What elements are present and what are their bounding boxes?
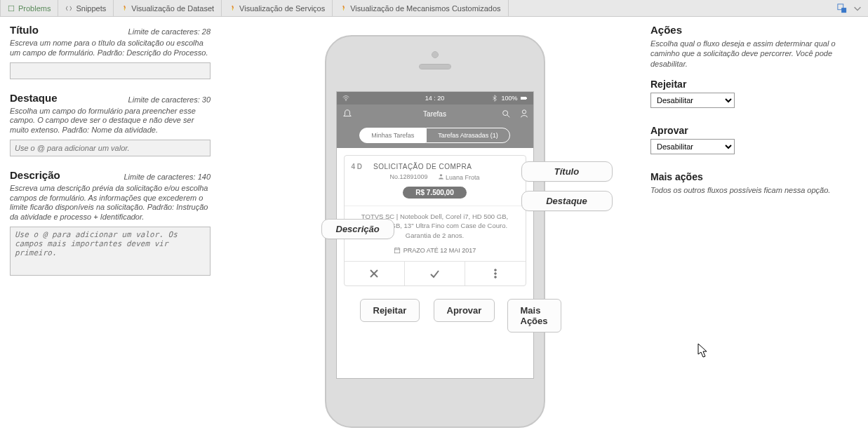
svg-rect-5: [526, 98, 527, 99]
tab-problems[interactable]: Problems: [0, 0, 58, 16]
calendar-icon: [394, 247, 401, 254]
titulo-label: Título: [10, 24, 39, 36]
card-action-more[interactable]: [465, 262, 525, 285]
card-due: PRAZO ATÉ 12 MAI 2017: [403, 247, 476, 254]
svg-rect-2: [841, 8, 846, 13]
app-bar: Tarefas: [337, 105, 533, 123]
svg-point-6: [502, 111, 507, 116]
svg-point-18: [495, 276, 497, 278]
view-menu-chevron-icon[interactable]: [853, 4, 862, 13]
field-group-descricao: Descrição Limite de caracteres: 140 Escr…: [10, 169, 211, 278]
callout-btn-mais[interactable]: Mais Ações: [507, 299, 561, 332]
destaque-input[interactable]: [10, 140, 211, 156]
callout-btn-rejeitar[interactable]: Rejeitar: [360, 299, 420, 322]
svg-rect-10: [394, 248, 400, 253]
svg-rect-0: [8, 6, 14, 11]
destaque-label: Destaque: [10, 92, 58, 104]
bell-icon[interactable]: [342, 109, 352, 119]
wifi-icon: [342, 95, 349, 102]
rejeitar-select[interactable]: Desabilitar: [650, 93, 735, 108]
section-aprovar: Aprovar Desabilitar: [650, 125, 847, 154]
user-icon[interactable]: [519, 109, 529, 119]
more-vertical-icon: [490, 268, 501, 279]
tab-dataset[interactable]: Visualização de Dataset: [114, 0, 222, 16]
card-action-reject[interactable]: [345, 262, 405, 285]
left-panel: Título Limite de caracteres: 28 Escreva …: [0, 17, 219, 430]
phone-camera: [432, 52, 438, 58]
tab-snippets[interactable]: Snippets: [58, 0, 114, 16]
close-icon: [368, 268, 380, 279]
appbar-title: Tarefas: [423, 110, 446, 118]
descricao-label: Descrição: [10, 169, 60, 181]
card-action-approve[interactable]: [405, 262, 465, 285]
descricao-help: Escreva uma descrição prévia da solicita…: [10, 184, 211, 222]
tab-label: Visualização de Dataset: [131, 4, 214, 13]
section-mais-acoes: Mais ações Todos os outros fluxos possív…: [650, 171, 847, 195]
mais-help: Todos os outros fluxos possíveis ficam n…: [650, 185, 847, 195]
descricao-textarea[interactable]: [10, 227, 211, 276]
maximize-view-icon[interactable]: [837, 4, 847, 13]
tab-mecanismos[interactable]: Visualização de Mecanismos Customizados: [333, 0, 508, 16]
field-group-titulo: Título Limite de caracteres: 28 Escreva …: [10, 24, 211, 79]
svg-point-3: [345, 100, 346, 101]
acoes-title: Ações: [650, 24, 847, 36]
right-panel: Ações Escolha qual o fluxo deseja e assi…: [650, 17, 868, 430]
card-number: No.12891009: [389, 173, 427, 181]
status-battery-pct: 100%: [501, 95, 517, 102]
flame-icon: [121, 5, 128, 12]
pill-tabs: Minhas Tarefas Tarefas Atrasadas (1): [337, 123, 533, 148]
tab-label: Problems: [18, 4, 51, 13]
svg-point-17: [495, 273, 497, 275]
field-group-destaque: Destaque Limite de caracteres: 30 Escolh…: [10, 92, 211, 156]
svg-rect-4: [521, 97, 526, 100]
card-title: SOLICITAÇÃO DE COMPRA: [373, 163, 472, 170]
titulo-input[interactable]: [10, 62, 211, 79]
mais-title: Mais ações: [650, 171, 847, 182]
snippets-icon: [65, 5, 72, 12]
titulo-limit: Limite de caracteres: 28: [128, 27, 211, 36]
check-icon: [429, 268, 440, 279]
person-icon: [438, 173, 444, 180]
card-user: Luana Frota: [446, 174, 480, 181]
status-time: 14 : 20: [425, 95, 445, 102]
svg-point-9: [439, 174, 441, 176]
tab-label: Visualização de Serviços: [239, 4, 325, 13]
status-bar: 14 : 20 100%: [337, 92, 533, 105]
svg-point-16: [495, 269, 497, 271]
callout-titulo: Título: [521, 161, 613, 182]
bluetooth-icon: [491, 95, 498, 102]
card-duration: 4 D: [352, 163, 363, 170]
callout-btn-aprovar[interactable]: Aprovar: [434, 299, 495, 322]
svg-point-8: [522, 110, 526, 114]
tab-servicos[interactable]: Visualização de Serviços: [222, 0, 333, 16]
tab-label: Visualização de Mecanismos Customizados: [350, 4, 500, 13]
descricao-limit: Limite de caracteres: 140: [123, 173, 211, 181]
callout-destaque: Destaque: [521, 191, 613, 211]
pill-my-tasks[interactable]: Minhas Tarefas: [359, 128, 426, 143]
flame-icon: [229, 5, 236, 12]
callout-descricao: Descrição: [321, 219, 394, 239]
editor-tabbar: Problems Snippets Visualização de Datase…: [0, 0, 868, 17]
section-rejeitar: Rejeitar Desabilitar: [650, 79, 847, 108]
acoes-help: Escolha qual o fluxo deseja e assim dete…: [650, 39, 847, 69]
problems-icon: [8, 5, 15, 12]
flame-icon: [340, 5, 347, 12]
aprovar-title: Aprovar: [650, 125, 847, 136]
card-actions: [345, 261, 526, 285]
rejeitar-title: Rejeitar: [650, 79, 847, 90]
destaque-limit: Limite de caracteres: 30: [128, 95, 211, 104]
search-icon[interactable]: [501, 109, 511, 119]
preview-panel: 14 : 20 100% Tarefas: [219, 17, 650, 430]
card-price: R$ 7.500,00: [403, 187, 467, 199]
titulo-help: Escreva um nome para o título da solicit…: [10, 39, 211, 58]
phone-speaker: [420, 65, 450, 69]
svg-line-7: [507, 115, 509, 118]
pill-late-tasks[interactable]: Tarefas Atrasadas (1): [426, 128, 510, 143]
tab-label: Snippets: [76, 4, 106, 13]
card-divider: [345, 206, 526, 206]
aprovar-select[interactable]: Desabilitar: [650, 139, 735, 154]
destaque-help: Escolha um campo do formulário para pree…: [10, 107, 211, 135]
battery-icon: [521, 95, 528, 102]
